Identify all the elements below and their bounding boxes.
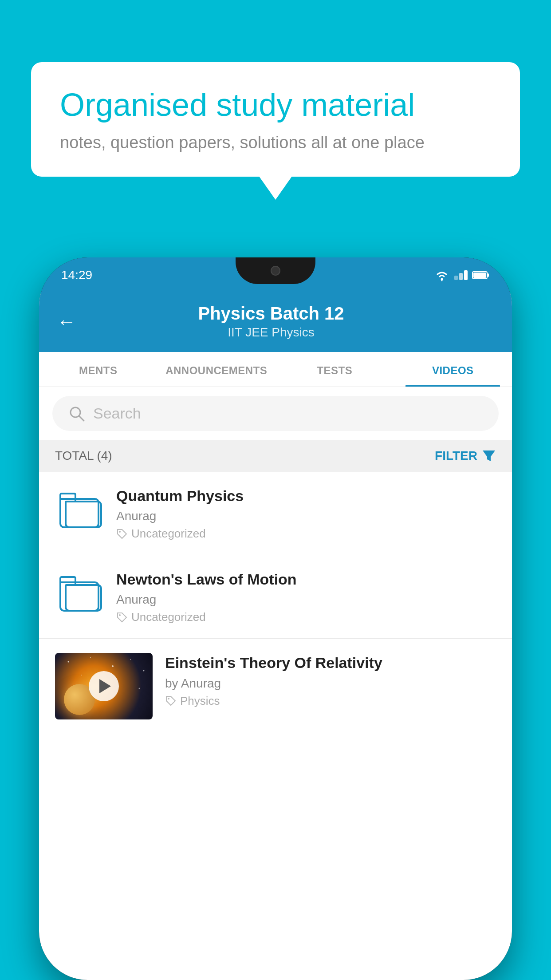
svg-rect-3 (473, 273, 486, 278)
folder-thumbnail-1 (55, 486, 104, 535)
tag-icon-2 (116, 612, 128, 623)
phone-inner: ← Physics Batch 12 IIT JEE Physics MENTS… (39, 293, 512, 980)
video-list: Quantum Physics Anurag Uncategorized (39, 472, 512, 980)
svg-point-11 (112, 665, 114, 667)
svg-point-10 (90, 657, 91, 658)
folder-icon-2 (59, 576, 99, 612)
svg-point-14 (81, 675, 82, 676)
tag-icon-1 (116, 528, 128, 540)
video-title-2: Newton's Laws of Motion (116, 569, 496, 589)
video-title-3: Einstein's Theory Of Relativity (165, 653, 496, 672)
video-tag-3: Physics (165, 694, 496, 708)
svg-point-0 (441, 278, 443, 281)
video-thumbnail-3 (55, 653, 153, 719)
search-icon (68, 405, 85, 422)
list-item[interactable]: Einstein's Theory Of Relativity by Anura… (39, 639, 512, 734)
tag-icon-3 (165, 695, 177, 707)
video-tag-2: Uncategorized (116, 610, 496, 624)
video-info-3: Einstein's Theory Of Relativity by Anura… (165, 653, 496, 707)
bubble-subtitle: notes, question papers, solutions all at… (60, 133, 491, 152)
tab-announcements[interactable]: ANNOUNCEMENTS (157, 352, 276, 387)
video-author-1: Anurag (116, 509, 496, 523)
header-title-block: Physics Batch 12 IIT JEE Physics (85, 304, 457, 340)
svg-point-17 (168, 698, 169, 699)
video-tag-1: Uncategorized (116, 527, 496, 541)
filter-label: FILTER (435, 449, 477, 463)
video-tag-text-3: Physics (180, 694, 220, 708)
tab-bar: MENTS ANNOUNCEMENTS TESTS VIDEOS (39, 352, 512, 387)
video-tag-text-1: Uncategorized (131, 527, 206, 541)
video-author-2: Anurag (116, 593, 496, 607)
content-area: Search TOTAL (4) FILTER (39, 387, 512, 980)
svg-point-13 (143, 670, 145, 672)
battery-icon (472, 270, 490, 280)
list-item[interactable]: Quantum Physics Anurag Uncategorized (39, 472, 512, 555)
filter-bar: TOTAL (4) FILTER (39, 440, 512, 472)
tab-videos[interactable]: VIDEOS (394, 352, 512, 387)
speech-bubble: Organised study material notes, question… (31, 62, 520, 177)
svg-point-16 (139, 688, 140, 689)
video-info-1: Quantum Physics Anurag Uncategorized (116, 486, 496, 541)
wifi-icon (434, 269, 450, 281)
total-count: TOTAL (4) (55, 449, 112, 463)
video-author-3: by Anurag (165, 676, 496, 691)
back-button[interactable]: ← (57, 311, 76, 333)
tab-ments[interactable]: MENTS (39, 352, 157, 387)
svg-marker-6 (483, 450, 495, 461)
bubble-title: Organised study material (60, 87, 491, 123)
status-time: 14:29 (61, 268, 92, 282)
filter-button[interactable]: FILTER (435, 449, 496, 463)
notch (236, 257, 315, 284)
search-placeholder: Search (93, 405, 141, 422)
video-tag-text-2: Uncategorized (131, 610, 206, 624)
speech-bubble-container: Organised study material notes, question… (31, 62, 520, 177)
header-subtitle: IIT JEE Physics (85, 325, 457, 340)
camera-dot (271, 266, 280, 276)
video-title-1: Quantum Physics (116, 486, 496, 506)
search-container: Search (39, 387, 512, 440)
svg-point-12 (130, 659, 131, 660)
video-info-2: Newton's Laws of Motion Anurag Uncategor… (116, 569, 496, 624)
app-header: ← Physics Batch 12 IIT JEE Physics (39, 293, 512, 352)
header-title: Physics Batch 12 (85, 304, 457, 324)
folder-thumbnail-2 (55, 569, 104, 618)
status-icons (434, 269, 490, 281)
filter-funnel-icon (482, 449, 496, 463)
search-bar[interactable]: Search (52, 396, 499, 431)
svg-point-7 (119, 531, 121, 533)
svg-line-5 (79, 416, 84, 421)
svg-point-8 (119, 614, 121, 616)
signal-bars-icon (454, 270, 468, 280)
list-item[interactable]: Newton's Laws of Motion Anurag Uncategor… (39, 555, 512, 639)
status-bar: 14:29 (39, 257, 512, 293)
tab-tests[interactable]: TESTS (276, 352, 394, 387)
play-button-3[interactable] (89, 671, 119, 701)
folder-icon-1 (59, 493, 99, 528)
svg-rect-2 (487, 273, 489, 277)
play-triangle-icon (99, 679, 111, 693)
svg-point-9 (68, 661, 69, 663)
phone-frame: 14:29 (39, 257, 512, 980)
